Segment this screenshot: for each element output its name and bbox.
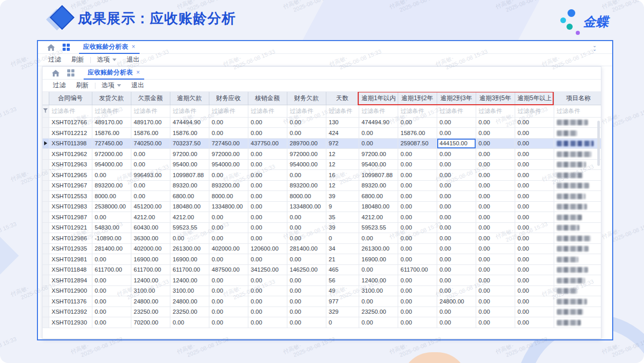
table-cell[interactable]: 611700.00 bbox=[398, 264, 437, 275]
table-cell[interactable]: 6800.00 bbox=[359, 191, 398, 202]
cell-project-name-redacted[interactable] bbox=[554, 159, 601, 170]
table-cell[interactable]: 0.00 bbox=[515, 317, 554, 328]
column-header[interactable]: 逾期欠款 bbox=[170, 92, 209, 105]
table-row[interactable]: XSHT0128940.0012400.0012400.000.000.000.… bbox=[43, 275, 601, 286]
column-header[interactable]: 发货欠款 bbox=[92, 92, 131, 105]
table-cell[interactable]: 0.00 bbox=[398, 296, 437, 307]
table-cell[interactable]: 0.00 bbox=[437, 212, 476, 223]
table-cell[interactable]: 0.00 bbox=[398, 212, 437, 223]
filter-cell[interactable]: 过滤条件 bbox=[515, 105, 554, 117]
table-cell[interactable]: 0.00 bbox=[437, 128, 476, 139]
table-cell[interactable]: 12400.00 bbox=[170, 275, 209, 286]
table-cell[interactable]: 0.00 bbox=[515, 180, 554, 191]
table-cell[interactable]: 0.00 bbox=[398, 254, 437, 265]
table-cell[interactable]: 0.00 bbox=[287, 212, 326, 223]
table-cell[interactable]: 23250.00 bbox=[131, 307, 170, 317]
table-cell[interactable]: 0.00 bbox=[398, 149, 437, 160]
table-cell[interactable]: 0.00 bbox=[476, 254, 515, 265]
table-cell[interactable]: 489170.00 bbox=[92, 117, 131, 128]
table-cell[interactable]: 0.00 bbox=[437, 201, 476, 212]
table-row[interactable]: XSHT0123920.0023250.0023250.000.000.000.… bbox=[43, 307, 601, 317]
table-cell[interactable]: 0.00 bbox=[92, 285, 131, 296]
table-cell[interactable]: 0.00 bbox=[287, 117, 326, 128]
cell-contract-no[interactable]: XSHT012766 bbox=[49, 117, 92, 128]
table-cell[interactable]: 0.00 bbox=[248, 254, 287, 265]
table-cell[interactable]: 0.00 bbox=[437, 285, 476, 296]
table-cell[interactable]: 0.00 bbox=[515, 285, 554, 296]
table-cell[interactable]: 97200.00 bbox=[170, 149, 209, 160]
table-cell[interactable]: 0.00 bbox=[515, 307, 554, 317]
cell-contract-no[interactable]: XSHT012930 bbox=[49, 317, 92, 328]
table-cell[interactable]: 0.00 bbox=[515, 128, 554, 139]
cell-project-name-redacted[interactable] bbox=[554, 212, 601, 223]
table-cell[interactable]: 0.00 bbox=[476, 222, 515, 233]
table-cell[interactable]: 0.00 bbox=[287, 254, 326, 265]
column-header[interactable]: 逾期1到2年 bbox=[398, 92, 437, 105]
table-cell[interactable]: 0.00 bbox=[476, 233, 515, 244]
table-cell[interactable]: 977 bbox=[326, 296, 359, 307]
cell-contract-no[interactable]: XSHT012967 bbox=[49, 180, 92, 191]
menu-grid-icon[interactable] bbox=[65, 68, 76, 78]
table-cell[interactable]: 611700.00 bbox=[92, 264, 131, 275]
table-cell[interactable]: 23250.00 bbox=[359, 307, 398, 317]
table-cell[interactable]: 0.00 bbox=[476, 243, 515, 254]
exit-button[interactable]: 退出 bbox=[126, 81, 149, 90]
filter-cell[interactable]: 过滤条件 bbox=[248, 105, 287, 117]
cell-project-name-redacted[interactable] bbox=[554, 149, 601, 160]
table-cell[interactable]: 727450.00 bbox=[209, 138, 248, 149]
table-cell[interactable]: 465 bbox=[326, 264, 359, 275]
table-cell[interactable]: 0.00 bbox=[437, 275, 476, 286]
cell-contract-no[interactable]: XSHT012900 bbox=[49, 285, 92, 296]
table-cell[interactable]: 0.00 bbox=[398, 307, 437, 317]
table-cell[interactable]: 972000.00 bbox=[92, 149, 131, 160]
refresh-button[interactable]: 刷新 bbox=[66, 55, 89, 64]
cell-project-name-redacted[interactable] bbox=[554, 222, 601, 233]
table-cell[interactable]: 0.00 bbox=[476, 212, 515, 223]
filter-cell[interactable]: 过滤条件 bbox=[287, 105, 326, 117]
table-cell[interactable]: 893200.00 bbox=[209, 180, 248, 191]
table-row[interactable]: XSHT012986-10890.0036300.000.000.000.000… bbox=[43, 233, 601, 244]
cell-project-name-redacted[interactable] bbox=[554, 201, 601, 212]
table-cell[interactable]: 4212.00 bbox=[131, 212, 170, 223]
table-cell[interactable]: 0.00 bbox=[359, 317, 398, 328]
table-cell[interactable]: 0.00 bbox=[131, 180, 170, 191]
collapse-chevron-icon[interactable]: ⌄⌄ bbox=[593, 44, 597, 51]
cell-project-name-redacted[interactable] bbox=[554, 117, 601, 128]
column-header[interactable]: 逾期5年以上 bbox=[515, 92, 554, 105]
table-cell[interactable]: 0.00 bbox=[248, 170, 287, 181]
table-cell[interactable]: 0.00 bbox=[359, 138, 398, 149]
table-row[interactable]: XSHT01292154830.0060430.0059523.550.000.… bbox=[43, 222, 601, 233]
table-cell[interactable]: 0.00 bbox=[515, 264, 554, 275]
table-cell[interactable]: 0.00 bbox=[209, 296, 248, 307]
table-cell[interactable]: 12 bbox=[326, 159, 359, 170]
table-cell[interactable]: 0.00 bbox=[209, 117, 248, 128]
table-row[interactable]: XSHT0113760.0024800.0024800.000.000.000.… bbox=[43, 296, 601, 307]
table-cell[interactable]: 451200.00 bbox=[131, 201, 170, 212]
table-cell[interactable]: 0.00 bbox=[398, 233, 437, 244]
table-cell[interactable]: 6800.00 bbox=[170, 191, 209, 202]
table-cell[interactable]: 0.00 bbox=[476, 149, 515, 160]
table-cell[interactable]: 95400.00 bbox=[359, 159, 398, 170]
table-cell[interactable]: 0.00 bbox=[437, 149, 476, 160]
tab-close-icon[interactable]: × bbox=[132, 44, 135, 50]
table-cell[interactable]: 0.00 bbox=[248, 191, 287, 202]
table-cell[interactable]: 611700.00 bbox=[131, 264, 170, 275]
table-cell[interactable]: 489170.00 bbox=[131, 117, 170, 128]
filter-cell[interactable]: 过滤条件 bbox=[209, 105, 248, 117]
table-cell[interactable]: 0.00 bbox=[515, 254, 554, 265]
table-cell[interactable]: 0 bbox=[326, 233, 359, 244]
table-cell[interactable]: 437750.00 bbox=[248, 138, 287, 149]
table-cell[interactable]: 0.00 bbox=[515, 170, 554, 181]
table-cell[interactable]: 0.00 bbox=[287, 296, 326, 307]
table-cell[interactable]: 0.00 bbox=[209, 285, 248, 296]
table-cell[interactable]: 35 bbox=[326, 212, 359, 223]
table-row[interactable]: XSHT012963954000.000.0095400.00954000.00… bbox=[43, 159, 601, 170]
table-cell[interactable]: 0.00 bbox=[476, 159, 515, 170]
table-cell[interactable]: 16 bbox=[326, 170, 359, 181]
table-row[interactable]: XSHT0129870.004212.004212.000.000.000.00… bbox=[43, 212, 601, 223]
table-cell[interactable]: 954000.00 bbox=[92, 159, 131, 170]
table-row[interactable]: XSHT012935281400.00402000.00261300.00402… bbox=[43, 243, 601, 254]
home-icon[interactable] bbox=[50, 68, 61, 78]
table-cell[interactable]: 0.00 bbox=[437, 180, 476, 191]
table-cell[interactable]: 0.00 bbox=[209, 254, 248, 265]
